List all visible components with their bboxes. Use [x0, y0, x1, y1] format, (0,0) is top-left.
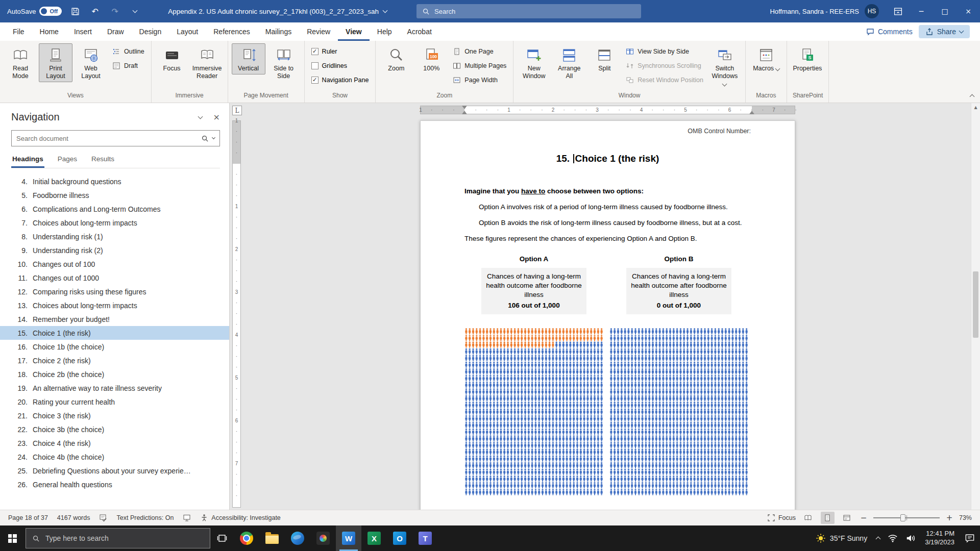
nav-heading-item[interactable]: 15.Choice 1 (the risk) [0, 326, 229, 340]
zoom-slider-thumb[interactable] [900, 514, 905, 521]
outline-button[interactable]: Outline [109, 45, 148, 58]
nav-heading-item[interactable]: 24.Choice 4b (the choice) [0, 450, 229, 464]
zoom-percentage[interactable]: 73% [959, 514, 972, 521]
web-layout-view-button[interactable] [840, 512, 854, 524]
taskbar-photos-icon[interactable] [310, 525, 336, 551]
taskbar-excel-icon[interactable]: X [361, 525, 387, 551]
weather-widget[interactable]: 35°F Sunny [811, 533, 872, 543]
one-page-button[interactable]: One Page [450, 45, 509, 58]
page-width-button[interactable]: Page Width [450, 73, 509, 86]
proofing-icon[interactable] [99, 514, 107, 522]
action-center-icon[interactable] [960, 525, 980, 551]
taskbar-search-input[interactable]: Type here to search [26, 528, 210, 548]
immersive-reader-button[interactable]: Immersive Reader [190, 43, 224, 82]
nav-heading-item[interactable]: 20.Rating your current health [0, 395, 229, 409]
nav-heading-item[interactable]: 14.Remember your budget! [0, 312, 229, 326]
text-predictions[interactable]: Text Predictions: On [116, 514, 174, 521]
nav-heading-item[interactable]: 10.Changes out of 100 [0, 257, 229, 271]
draft-button[interactable]: Draft [109, 59, 148, 72]
ribbon-display-options-icon[interactable] [886, 0, 910, 22]
read-mode-button[interactable]: Read Mode [4, 43, 37, 82]
scrollbar-up-icon[interactable]: ▲ [971, 105, 980, 110]
task-view-button[interactable] [210, 525, 234, 551]
switch-windows-button[interactable]: Switch Windows [708, 43, 742, 89]
gridlines-checkbox[interactable]: Gridlines [308, 59, 372, 72]
ribbon-tab-draw[interactable]: Draw [100, 22, 132, 41]
zoom-100-button[interactable]: 100 100% [414, 43, 448, 74]
nav-heading-item[interactable]: 5.Foodborne illness [0, 188, 229, 202]
ruler-checkbox[interactable]: ✓ Ruler [308, 45, 372, 58]
close-button[interactable]: × [957, 0, 980, 22]
nav-heading-item[interactable]: 16.Choice 1b (the choice) [0, 340, 229, 354]
nav-heading-item[interactable]: 22.Choice 3b (the choice) [0, 422, 229, 436]
ribbon-tab-file[interactable]: File [5, 22, 32, 41]
taskbar-word-icon[interactable]: W [336, 525, 361, 551]
nav-tab-headings[interactable]: Headings [11, 153, 44, 168]
zoom-in-button[interactable]: + [945, 513, 953, 522]
titlebar-search-input[interactable]: Search [416, 4, 641, 18]
zoom-button[interactable]: Zoom [379, 43, 413, 74]
redo-icon[interactable]: ↷ [108, 4, 121, 18]
collapse-ribbon-icon[interactable] [970, 94, 975, 99]
focus-view-button[interactable]: Focus [767, 514, 796, 522]
nav-heading-item[interactable]: 9.Understanding risk (2) [0, 243, 229, 257]
ribbon-tab-design[interactable]: Design [132, 22, 169, 41]
quick-access-chevron-icon[interactable] [128, 4, 141, 18]
vertical-ruler[interactable]: 1······1···2···3···4···5···6···7··· [230, 103, 244, 510]
navigation-collapse-icon[interactable] [198, 114, 203, 119]
view-side-by-side-button[interactable]: View Side by Side [623, 45, 706, 58]
volume-icon[interactable] [905, 533, 916, 543]
taskbar-edge-icon[interactable] [285, 525, 310, 551]
web-layout-button[interactable]: Web Layout [74, 43, 108, 82]
ribbon-tab-mailings[interactable]: Mailings [258, 22, 299, 41]
read-mode-view-button[interactable] [801, 512, 815, 524]
document-page[interactable]: OMB Control Number: 15.Choice 1 (the ris… [420, 120, 795, 510]
taskbar-outlook-icon[interactable]: O [387, 525, 412, 551]
ribbon-tab-home[interactable]: Home [32, 22, 66, 41]
nav-heading-item[interactable]: 11.Changes out of 1000 [0, 271, 229, 285]
network-icon[interactable] [888, 533, 898, 543]
document-scrollbar[interactable]: ▲ [971, 103, 980, 510]
multiple-pages-button[interactable]: Multiple Pages [450, 59, 509, 72]
nav-tab-pages[interactable]: Pages [57, 153, 78, 168]
nav-heading-item[interactable]: 4.Initial background questions [0, 174, 229, 188]
autosave-toggle[interactable]: AutoSave Off [7, 7, 62, 16]
user-name[interactable]: Hoffmann, Sandra - REE-ERS [770, 8, 859, 15]
nav-heading-item[interactable]: 6.Complications and Long-term Outcomes [0, 202, 229, 216]
search-icon[interactable] [201, 135, 209, 142]
search-options-dropdown-icon[interactable] [212, 136, 215, 139]
macros-button[interactable]: Macros [749, 43, 783, 74]
avatar[interactable]: HS [865, 4, 879, 18]
print-layout-button[interactable]: Print Layout [39, 43, 72, 82]
document-title[interactable]: Appendix 2. US Adult chronic survey_2_17… [168, 8, 387, 15]
nav-heading-item[interactable]: 19.An alternative way to rate illness se… [0, 381, 229, 395]
share-button[interactable]: Share [919, 25, 970, 38]
nav-heading-item[interactable]: 25.Debriefing Questions about your surve… [0, 464, 229, 478]
accessibility-status[interactable]: Accessibility: Investigate [200, 514, 280, 522]
split-button[interactable]: Split [587, 43, 621, 74]
comments-button[interactable]: Comments [866, 28, 913, 36]
hanging-indent-marker[interactable] [462, 108, 467, 114]
ribbon-tab-insert[interactable]: Insert [66, 22, 100, 41]
start-button[interactable] [0, 525, 24, 551]
arrange-all-button[interactable]: Arrange All [552, 43, 586, 82]
nav-tab-results[interactable]: Results [90, 153, 115, 168]
nav-heading-item[interactable]: 21.Choice 3 (the risk) [0, 409, 229, 422]
print-layout-view-button[interactable] [821, 512, 835, 524]
navigation-search-input[interactable]: Search document [11, 130, 220, 146]
nav-heading-item[interactable]: 7.Choices about long-term impacts [0, 216, 229, 230]
display-settings-icon[interactable] [183, 514, 191, 522]
nav-heading-item[interactable]: 13.Choices about long-term impacts [0, 298, 229, 312]
properties-button[interactable]: S Properties [791, 43, 824, 74]
ribbon-tab-layout[interactable]: Layout [169, 22, 206, 41]
nav-heading-item[interactable]: 8.Understanding risk (1) [0, 230, 229, 243]
horizontal-ruler[interactable]: 1······1···2···3···4···5···6···7·· [230, 103, 971, 117]
tray-expand-icon[interactable] [876, 537, 881, 542]
taskbar-teams-icon[interactable]: T [412, 525, 438, 551]
ribbon-tab-help[interactable]: Help [370, 22, 400, 41]
synchronous-scrolling-button[interactable]: Synchronous Scrolling [623, 59, 706, 72]
zoom-out-button[interactable]: − [860, 513, 868, 522]
reset-window-position-button[interactable]: Reset Window Position [623, 73, 706, 86]
ribbon-tab-references[interactable]: References [206, 22, 258, 41]
zoom-slider[interactable] [873, 513, 940, 522]
